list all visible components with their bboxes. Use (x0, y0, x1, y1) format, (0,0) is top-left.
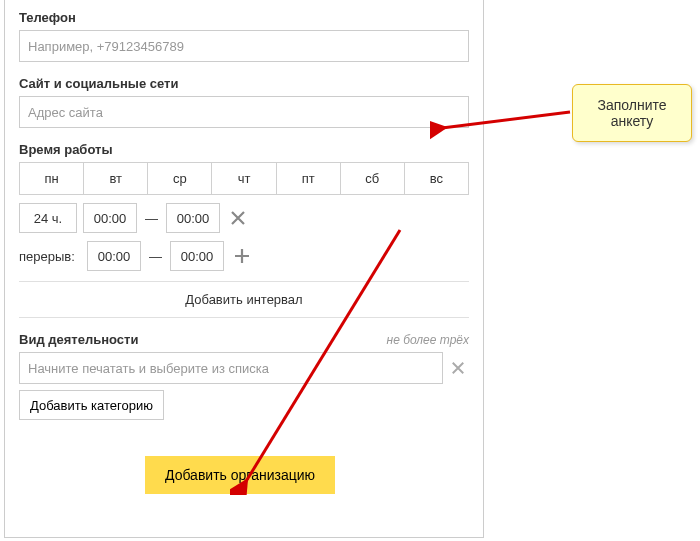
phone-input[interactable] (19, 30, 469, 62)
activity-header: Вид деятельности не более трёх (19, 332, 469, 347)
clear-activity-button[interactable] (447, 361, 469, 375)
phone-field: Телефон (19, 10, 469, 62)
day-sat[interactable]: сб (341, 163, 405, 194)
activity-input[interactable] (19, 352, 443, 384)
hours-label: Время работы (19, 142, 469, 157)
close-icon (451, 361, 465, 375)
activity-label: Вид деятельности (19, 332, 138, 347)
site-input[interactable] (19, 96, 469, 128)
add-interval-button[interactable]: Добавить интервал (19, 281, 469, 318)
dash: — (143, 211, 160, 226)
close-icon (230, 210, 246, 226)
callout-box: Заполните анкету (572, 84, 692, 142)
break-label: перерыв: (19, 249, 81, 264)
time-to-input[interactable]: 00:00 (166, 203, 220, 233)
submit-button[interactable]: Добавить организацию (145, 456, 335, 494)
plus-icon (234, 248, 250, 264)
phone-label: Телефон (19, 10, 469, 25)
submit-wrap: Добавить организацию (19, 434, 469, 494)
site-field: Сайт и социальные сети (19, 76, 469, 128)
activity-field: Вид деятельности не более трёх Добавить … (19, 332, 469, 420)
activity-input-row (19, 352, 469, 384)
activity-hint: не более трёх (387, 333, 469, 347)
remove-hours-button[interactable] (226, 206, 250, 230)
add-break-button[interactable] (230, 244, 254, 268)
hours-field: Время работы пн вт ср чт пт сб вс 24 ч. … (19, 142, 469, 318)
day-mon[interactable]: пн (20, 163, 84, 194)
full-day-select[interactable]: 24 ч. (19, 203, 77, 233)
organization-form: Телефон Сайт и социальные сети Время раб… (4, 0, 484, 538)
callout-line2: анкету (583, 113, 681, 129)
break-row: перерыв: 00:00 — 00:00 (19, 241, 469, 271)
main-hours-row: 24 ч. 00:00 — 00:00 (19, 203, 469, 233)
day-wed[interactable]: ср (148, 163, 212, 194)
day-sun[interactable]: вс (405, 163, 469, 194)
break-from-input[interactable]: 00:00 (87, 241, 141, 271)
dash: — (147, 249, 164, 264)
callout-line1: Заполните (583, 97, 681, 113)
days-row: пн вт ср чт пт сб вс (19, 162, 469, 195)
add-category-button[interactable]: Добавить категорию (19, 390, 164, 420)
time-from-input[interactable]: 00:00 (83, 203, 137, 233)
day-fri[interactable]: пт (277, 163, 341, 194)
site-label: Сайт и социальные сети (19, 76, 469, 91)
break-to-input[interactable]: 00:00 (170, 241, 224, 271)
day-thu[interactable]: чт (212, 163, 276, 194)
day-tue[interactable]: вт (84, 163, 148, 194)
